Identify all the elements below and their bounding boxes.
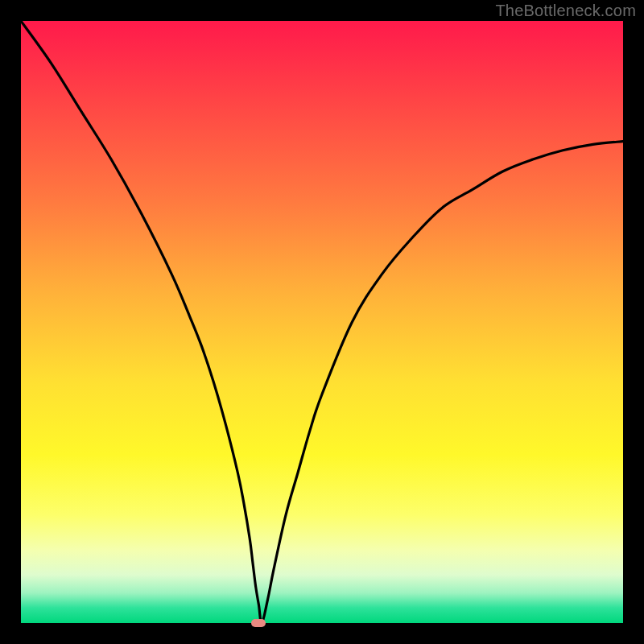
chart-frame: TheBottleneck.com [0, 0, 644, 644]
minimum-marker [251, 619, 266, 627]
watermark-text: TheBottleneck.com [495, 2, 636, 20]
bottleneck-curve-svg [21, 21, 623, 623]
bottleneck-curve [21, 21, 623, 623]
